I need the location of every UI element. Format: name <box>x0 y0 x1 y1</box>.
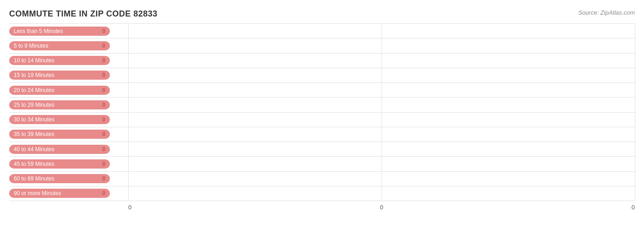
bar-value: 0 <box>102 131 105 137</box>
x-axis-label: 0 <box>297 204 466 211</box>
bar-label-pill: 10 to 14 Minutes0 <box>9 56 110 65</box>
bar-track <box>128 54 635 68</box>
bar-label-text: 10 to 14 Minutes <box>14 57 55 64</box>
bar-label-container: 20 to 24 Minutes0 <box>9 86 128 95</box>
bar-value: 0 <box>102 190 105 196</box>
bar-label-text: 90 or more Minutes <box>14 190 61 196</box>
bar-label-text: 45 to 59 Minutes <box>14 161 55 167</box>
bar-row: 10 to 14 Minutes0 <box>9 54 635 68</box>
bar-track <box>128 68 635 82</box>
bar-label-container: 30 to 34 Minutes0 <box>9 115 128 124</box>
bar-label-text: 35 to 39 Minutes <box>14 131 55 137</box>
bar-track <box>128 38 635 53</box>
grid-line <box>635 23 635 201</box>
chart-area: Less than 5 Minutes05 to 9 Minutes010 to… <box>9 23 635 211</box>
bar-value: 0 <box>102 102 105 108</box>
bar-track <box>128 127 635 142</box>
bar-value: 0 <box>102 146 105 153</box>
bar-row: 5 to 9 Minutes0 <box>9 38 635 53</box>
bar-row: 90 or more Minutes0 <box>9 186 635 201</box>
bar-row: 40 to 44 Minutes0 <box>9 142 635 157</box>
bar-value: 0 <box>102 57 105 64</box>
bar-label-text: 20 to 24 Minutes <box>14 87 55 93</box>
x-axis-label: 0 <box>466 204 635 211</box>
x-axis-label: 0 <box>128 204 297 211</box>
bar-track <box>128 142 635 156</box>
bars-section: Less than 5 Minutes05 to 9 Minutes010 to… <box>9 23 635 201</box>
bar-label-pill: Less than 5 Minutes0 <box>9 27 110 36</box>
bar-value: 0 <box>102 43 105 49</box>
bar-row: 15 to 19 Minutes0 <box>9 68 635 83</box>
bar-track <box>128 24 635 38</box>
bar-label-text: 5 to 9 Minutes <box>14 43 48 49</box>
bar-value: 0 <box>102 72 105 78</box>
bar-label-container: 25 to 29 Minutes0 <box>9 100 128 109</box>
bar-value: 0 <box>102 161 105 167</box>
bar-row: 20 to 24 Minutes0 <box>9 83 635 98</box>
bar-row: 35 to 39 Minutes0 <box>9 127 635 142</box>
bar-label-container: 40 to 44 Minutes0 <box>9 145 128 154</box>
bar-label-text: 30 to 34 Minutes <box>14 116 55 123</box>
bar-track <box>128 186 635 201</box>
bar-label-text: 60 to 89 Minutes <box>14 175 55 182</box>
bar-label-pill: 35 to 39 Minutes0 <box>9 130 110 139</box>
bar-track <box>128 172 635 186</box>
bar-label-container: 45 to 59 Minutes0 <box>9 159 128 169</box>
bar-label-text: Less than 5 Minutes <box>14 28 63 34</box>
bar-label-text: 15 to 19 Minutes <box>14 72 55 78</box>
bar-label-pill: 90 or more Minutes0 <box>9 189 110 198</box>
bar-label-container: 10 to 14 Minutes0 <box>9 56 128 65</box>
bar-row: 60 to 89 Minutes0 <box>9 172 635 186</box>
bar-value: 0 <box>102 28 105 34</box>
bar-row: 25 to 29 Minutes0 <box>9 98 635 112</box>
chart-title: COMMUTE TIME IN ZIP CODE 82833 <box>9 9 635 19</box>
bar-label-pill: 5 to 9 Minutes0 <box>9 41 110 50</box>
bar-label-container: 60 to 89 Minutes0 <box>9 174 128 183</box>
bar-label-pill: 20 to 24 Minutes0 <box>9 86 110 95</box>
bar-value: 0 <box>102 116 105 123</box>
bar-label-container: 90 or more Minutes0 <box>9 189 128 198</box>
bar-label-container: 5 to 9 Minutes0 <box>9 41 128 50</box>
bar-label-text: 40 to 44 Minutes <box>14 146 55 153</box>
bar-track <box>128 113 635 127</box>
bar-row: 45 to 59 Minutes0 <box>9 157 635 171</box>
bar-row: 30 to 34 Minutes0 <box>9 113 635 127</box>
bar-label-pill: 45 to 59 Minutes0 <box>9 159 110 169</box>
bar-label-text: 25 to 29 Minutes <box>14 102 55 108</box>
bar-label-container: 15 to 19 Minutes0 <box>9 71 128 80</box>
x-axis: 000 <box>128 201 635 211</box>
bar-value: 0 <box>102 87 105 93</box>
bar-row: Less than 5 Minutes0 <box>9 23 635 38</box>
bar-track <box>128 83 635 97</box>
bar-track <box>128 98 635 112</box>
bar-label-container: Less than 5 Minutes0 <box>9 27 128 36</box>
bar-track <box>128 157 635 171</box>
bar-label-pill: 40 to 44 Minutes0 <box>9 145 110 154</box>
bar-label-pill: 25 to 29 Minutes0 <box>9 100 110 109</box>
bar-label-container: 35 to 39 Minutes0 <box>9 130 128 139</box>
source-text: Source: ZipAtlas.com <box>578 9 635 16</box>
bar-label-pill: 60 to 89 Minutes0 <box>9 174 110 183</box>
bar-label-pill: 30 to 34 Minutes0 <box>9 115 110 124</box>
chart-container: COMMUTE TIME IN ZIP CODE 82833 Source: Z… <box>0 0 644 240</box>
bar-label-pill: 15 to 19 Minutes0 <box>9 71 110 80</box>
bar-value: 0 <box>102 175 105 182</box>
